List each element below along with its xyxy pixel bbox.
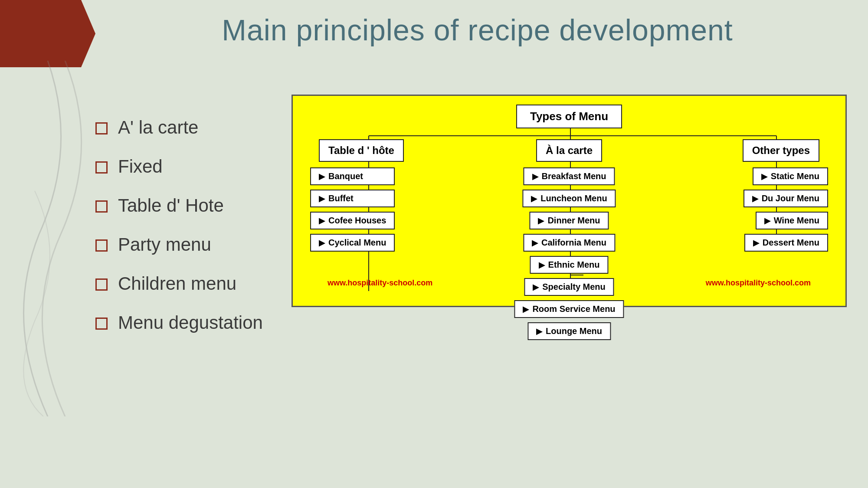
types-of-menu-box: Types of Menu <box>516 105 622 128</box>
website-left: www.hospitality-school.com <box>328 278 432 288</box>
lounge-menu-item: ▶Lounge Menu <box>527 322 611 340</box>
du-jour-menu-item: ▶Du Jour Menu <box>744 190 828 207</box>
table-dhote-header: Table d ' hôte <box>319 139 404 162</box>
page-title: Main principles of recipe development <box>108 13 846 47</box>
cyclical-menu-item: ▶Cyclical Menu <box>310 234 395 252</box>
ethnic-menu-item: ▶Ethnic Menu <box>530 256 609 274</box>
bullet-text: A' la carte <box>118 117 198 138</box>
buffet-item: ▶Buffet <box>310 190 395 207</box>
wine-menu-item: ▶Wine Menu <box>756 212 828 229</box>
bullet-icon <box>95 161 108 174</box>
static-menu-item: ▶Static Menu <box>753 167 828 185</box>
a-la-carte-items: ▶Breakfast Menu ▶Luncheon Menu ▶Dinner M… <box>514 167 624 340</box>
breakfast-menu-item: ▶Breakfast Menu <box>524 167 615 185</box>
other-types-header: Other types <box>743 139 819 162</box>
bullet-icon <box>95 239 108 252</box>
bullet-list-item: Children menu <box>95 273 263 294</box>
bullet-list-item: A' la carte <box>95 117 263 138</box>
bullet-text: Table d' Hote <box>118 195 224 216</box>
california-menu-item: ▶California Menu <box>523 234 615 252</box>
bullet-text: Children menu <box>118 273 236 294</box>
a-la-carte-header: À la carte <box>536 139 602 162</box>
bullet-icon <box>95 122 108 134</box>
bullet-list-item: Fixed <box>95 156 263 177</box>
bullet-text: Menu degustation <box>118 312 263 333</box>
coffee-houses-item: ▶Cofee Houses <box>310 212 395 229</box>
bullet-text: Fixed <box>118 156 163 177</box>
bullet-text: Party menu <box>118 234 211 255</box>
banquet-item: ▶Banquet <box>310 167 395 185</box>
specialty-menu-item: ▶Specialty Menu <box>524 278 614 296</box>
bullet-list-item: Table d' Hote <box>95 195 263 216</box>
dinner-menu-item: ▶Dinner Menu <box>529 212 609 229</box>
website-right: www.hospitality-school.com <box>706 278 811 288</box>
diagram-inner: Types of Menu Table d ' hôte À la carte … <box>301 105 837 297</box>
room-service-menu-item: ▶Room Service Menu <box>514 300 624 318</box>
other-types-items: ▶Static Menu ▶Du Jour Menu ▶Wine Menu ▶D… <box>744 167 828 252</box>
top-arrow-decoration <box>0 0 95 67</box>
bullet-list: A' la carteFixedTable d' HoteParty menuC… <box>95 117 263 351</box>
luncheon-menu-item: ▶Luncheon Menu <box>522 190 616 207</box>
bullet-icon <box>95 278 108 291</box>
table-dhote-items: ▶Banquet ▶Buffet ▶Cofee Houses ▶Cyclical… <box>310 167 395 252</box>
bullet-icon <box>95 200 108 213</box>
dessert-menu-item: ▶Dessert Menu <box>744 234 828 252</box>
bullet-list-item: Party menu <box>95 234 263 255</box>
bullet-list-item: Menu degustation <box>95 312 263 333</box>
diagram-container: Types of Menu Table d ' hôte À la carte … <box>292 95 847 307</box>
bullet-icon <box>95 318 108 330</box>
